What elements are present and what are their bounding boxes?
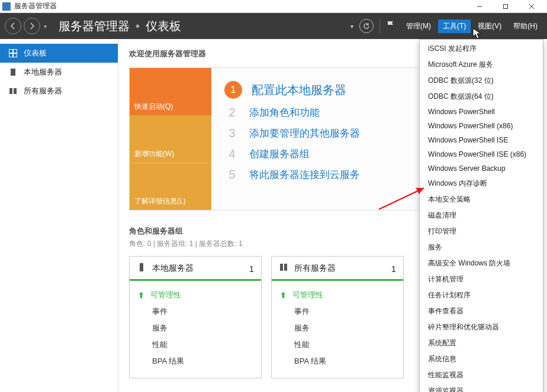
svg-rect-5 — [9, 50, 12, 53]
welcome-tab-whatsnew[interactable]: 新增功能(W) — [130, 115, 211, 163]
svg-rect-1 — [504, 4, 508, 8]
tools-menu-item[interactable]: Windows Server Backup — [420, 161, 543, 176]
sidebar-item-dashboard[interactable]: 仪表板 — [0, 44, 118, 63]
window-controls — [466, 1, 545, 12]
welcome-tab-label: 新增功能(W) — [134, 149, 174, 159]
step-label: 配置此本地服务器 — [252, 82, 346, 98]
header-dropdown-icon[interactable]: ▾ — [350, 23, 353, 30]
tile-row-performance[interactable]: 性能 — [138, 336, 253, 353]
tools-menu-item[interactable]: 任务计划程序 — [420, 287, 543, 303]
tile-row-label: 服务 — [294, 323, 310, 333]
tools-menu-item[interactable]: Windows PowerShell ISE (x86) — [420, 147, 543, 161]
app-icon — [2, 2, 11, 11]
svg-rect-10 — [9, 88, 12, 94]
tools-menu-item[interactable]: iSCSI 发起程序 — [420, 41, 543, 57]
svg-rect-12 — [140, 263, 143, 271]
tile-row-label: BPA 结果 — [152, 356, 184, 367]
step-number: 5 — [224, 168, 240, 182]
titlebar: 服务器管理器 — [0, 0, 547, 13]
tile-row-bpa[interactable]: BPA 结果 — [138, 353, 253, 370]
tile-count: 1 — [249, 264, 254, 274]
breadcrumb-root[interactable]: 服务器管理器 — [59, 18, 130, 34]
tools-menu-item[interactable]: 系统信息 — [420, 351, 543, 367]
tools-menu-item[interactable]: 打印管理 — [420, 223, 543, 239]
tools-menu-item[interactable]: 服务 — [420, 239, 543, 255]
welcome-tabs: 快速启动(Q) 新增功能(W) 了解详细信息(L) — [130, 68, 211, 210]
menu-help[interactable]: 帮助(H) — [509, 20, 542, 33]
tile-local-server[interactable]: 本地服务器 1 ⬆可管理性 事件 服务 性能 BPA 结果 — [129, 256, 262, 378]
tile-row-label: 可管理性 — [150, 290, 181, 300]
welcome-tab-learnmore[interactable]: 了解详细信息(L) — [130, 163, 211, 210]
svg-rect-8 — [14, 54, 17, 57]
step-label: 创建服务器组 — [249, 147, 310, 161]
server-icon — [8, 67, 18, 77]
nav-forward-button[interactable] — [24, 18, 40, 34]
sidebar-item-label: 本地服务器 — [24, 67, 62, 77]
maximize-button[interactable] — [493, 1, 519, 12]
tools-dropdown-menu: iSCSI 发起程序Microsoft Azure 服务ODBC 数据源(32 … — [419, 39, 543, 392]
tile-row-label: BPA 结果 — [294, 356, 326, 367]
sidebar-item-label: 所有服务器 — [24, 86, 62, 96]
up-arrow-icon: ⬆ — [280, 291, 287, 300]
svg-rect-6 — [14, 50, 17, 53]
sidebar: 仪表板 本地服务器 所有服务器 — [0, 39, 118, 392]
tile-row-manageability[interactable]: ⬆可管理性 — [138, 287, 253, 303]
menu-view[interactable]: 视图(V) — [473, 20, 506, 33]
notifications-flag-icon[interactable] — [386, 20, 395, 32]
tile-row-label: 事件 — [294, 306, 310, 317]
tools-menu-item[interactable]: 事件查看器 — [420, 303, 543, 319]
header-separator — [379, 19, 380, 33]
up-arrow-icon: ⬆ — [138, 291, 144, 300]
step-label: 添加角色和功能 — [249, 106, 320, 119]
tile-row-label: 可管理性 — [292, 290, 323, 300]
tile-row-events[interactable]: 事件 — [280, 303, 395, 320]
tools-menu-item[interactable]: 碎片整理和优化驱动器 — [420, 319, 543, 335]
tile-row-performance[interactable]: 性能 — [280, 336, 395, 353]
welcome-tab-quickstart[interactable]: 快速启动(Q) — [130, 68, 211, 115]
tile-row-events[interactable]: 事件 — [138, 303, 253, 320]
menu-bar: 管理(M) 工具(T) 视图(V) 帮助(H) — [401, 20, 542, 33]
tools-menu-item[interactable]: 磁盘清理 — [420, 208, 543, 223]
tools-menu-item[interactable]: 系统配置 — [420, 335, 543, 351]
tools-menu-item[interactable]: Windows PowerShell (x86) — [420, 119, 543, 133]
tools-menu-item[interactable]: ODBC 数据源(64 位) — [420, 89, 543, 105]
nav-history-dropdown[interactable]: ▾ — [44, 23, 47, 30]
tools-menu-item[interactable]: Windows PowerShell — [420, 105, 543, 119]
minimize-button[interactable] — [466, 1, 493, 12]
tools-menu-item[interactable]: 资源监视器 — [420, 383, 543, 392]
close-button[interactable] — [519, 1, 545, 12]
header-bar: ▾ 服务器管理器 • 仪表板 ▾ 管理(M) 工具(T) 视图(V) 帮助(H) — [0, 13, 547, 39]
menu-manage[interactable]: 管理(M) — [401, 20, 436, 33]
tile-row-label: 事件 — [152, 306, 168, 317]
tools-menu-item[interactable]: Microsoft Azure 服务 — [420, 57, 543, 73]
tools-menu-item[interactable]: Windows PowerShell ISE — [420, 133, 543, 147]
tile-row-bpa[interactable]: BPA 结果 — [280, 353, 395, 370]
step-number: 3 — [224, 127, 240, 140]
tools-menu-item[interactable]: Windows 内存诊断 — [420, 176, 543, 192]
tools-menu-item[interactable]: 计算机管理 — [420, 271, 543, 287]
tools-menu-item[interactable]: 本地安全策略 — [420, 192, 543, 208]
menu-tools[interactable]: 工具(T) — [438, 20, 471, 33]
tools-menu-item[interactable]: 性能监视器 — [420, 367, 543, 383]
svg-rect-11 — [14, 88, 17, 94]
tile-title: 本地服务器 — [152, 263, 243, 274]
refresh-button[interactable] — [359, 19, 374, 33]
server-icon — [137, 263, 146, 274]
sidebar-item-all-servers[interactable]: 所有服务器 — [0, 82, 118, 101]
dashboard-icon — [8, 48, 18, 58]
tools-menu-item[interactable]: 高级安全 Windows 防火墙 — [420, 255, 543, 271]
svg-rect-7 — [9, 54, 12, 57]
nav-back-button[interactable] — [5, 18, 21, 34]
tools-menu-item[interactable]: ODBC 数据源(32 位) — [420, 73, 543, 89]
tile-row-services[interactable]: 服务 — [280, 320, 395, 336]
sidebar-item-local-server[interactable]: 本地服务器 — [0, 63, 118, 82]
tile-row-manageability[interactable]: ⬆可管理性 — [280, 287, 395, 303]
tile-title: 所有服务器 — [294, 263, 385, 274]
tile-row-services[interactable]: 服务 — [138, 320, 253, 336]
breadcrumb: 服务器管理器 • 仪表板 — [59, 18, 181, 34]
tile-row-label: 性能 — [152, 339, 168, 350]
tile-all-servers[interactable]: 所有服务器 1 ⬆可管理性 事件 服务 性能 BPA 结果 — [271, 256, 404, 378]
svg-rect-14 — [284, 264, 287, 271]
titlebar-title: 服务器管理器 — [14, 1, 57, 11]
svg-rect-9 — [11, 69, 15, 76]
